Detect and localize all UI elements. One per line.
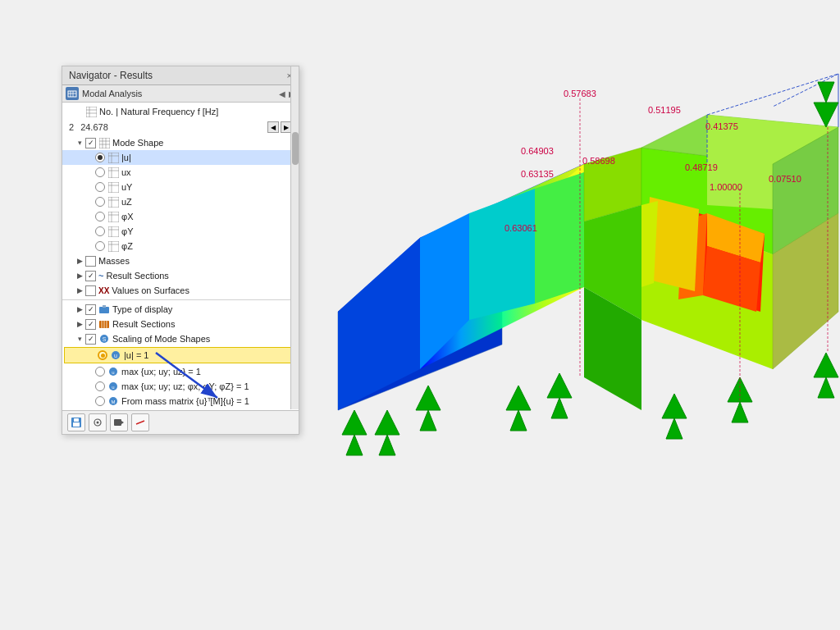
scaling-max-uxyz-row[interactable]: u max {ux; uy; uz} = 1 [62,364,299,379]
mode-shape-row[interactable]: ▾ Mode Shape [62,135,299,150]
masses-row[interactable]: ▶ Masses [62,253,299,268]
svg-marker-28 [375,410,399,435]
values-surfaces-row[interactable]: ▶ XX Values on Surfaces [62,283,299,298]
svg-text:0.64903: 0.64903 [521,146,554,156]
mode-shape-checkbox[interactable] [85,138,96,148]
scaling-row[interactable]: ▾ S Scaling of Mode Shapes [62,331,299,346]
type-display-row[interactable]: ▶ Type of display [62,302,299,317]
svg-marker-29 [379,435,395,455]
result-sections-display-row[interactable]: ▶ Result Sections [62,317,299,331]
phiy-icon [107,226,119,237]
uz-radio[interactable] [95,197,105,207]
svg-rect-92 [99,307,109,313]
svg-rect-62 [86,107,97,117]
modal-analysis-tab[interactable]: Modal Analysis [82,89,276,98]
svg-rect-86 [108,226,119,237]
type-display-checkbox[interactable] [85,304,96,315]
frequency-value-row: 2 24.678 ◀ ▶ [62,119,299,135]
svg-marker-114 [121,421,124,424]
scaling-expand[interactable]: ▾ [75,335,84,343]
svg-text:1.00000: 1.00000 [710,182,742,192]
svg-marker-6 [535,172,584,304]
svg-marker-32 [506,386,531,410]
svg-text:0.07510: 0.07510 [769,174,801,184]
phiy-row[interactable]: φY [62,224,299,239]
navigator-tab-bar: Modal Analysis ◀ ▶ [62,85,299,103]
result-sections-checkbox[interactable] [85,271,96,281]
minus-btn[interactable] [131,413,149,431]
svg-text:0.48719: 0.48719 [685,162,718,172]
phiz-row[interactable]: φZ [62,239,299,253]
svg-line-115 [136,421,144,424]
uy-radio[interactable] [95,182,105,192]
phix-row[interactable]: φX [62,209,299,224]
values-surfaces-label: Values on Surfaces [112,285,295,295]
values-surfaces-expand[interactable]: ▶ [75,286,84,294]
svg-marker-40 [814,353,838,377]
uz-icon [107,196,119,208]
save-results-btn[interactable] [67,413,85,431]
scaling-from-mass-row[interactable]: M From mass matrix {u}ᵀ[M]{u} = 1 [62,394,299,409]
uy-row[interactable]: uY [62,180,299,194]
freq-value: 24.678 [80,122,264,132]
masses-checkbox[interactable] [85,256,96,267]
result-sections-tree-row[interactable]: ▶ ~ Result Sections [62,268,299,283]
panel-scrollbar[interactable] [290,66,299,409]
phiz-label: φZ [121,241,295,251]
scroll-thumb[interactable] [292,132,299,165]
phix-icon [107,211,119,222]
scaling-checkbox[interactable] [85,334,96,345]
u-abs-label: |u| [121,153,295,162]
scaling-u-abs-1-row[interactable]: u |u| = 1 [64,347,297,363]
type-display-expand[interactable]: ▶ [75,305,84,313]
scaling-u-abs-1-radio[interactable] [98,350,107,360]
svg-marker-34 [547,373,572,398]
svg-marker-30 [416,386,441,410]
svg-rect-71 [108,153,119,163]
scaling-max-all-row[interactable]: u max {ux; uy; uz; φx; φY; φZ} = 1 [62,379,299,394]
result-sections-display-checkbox[interactable] [85,319,96,330]
svg-text:0.57683: 0.57683 [564,89,596,98]
scaling-max-uxyz-radio[interactable] [95,367,105,377]
svg-text:S: S [103,336,107,342]
values-surfaces-checkbox[interactable] [85,285,96,296]
phiy-radio[interactable] [95,226,105,236]
svg-marker-42 [814,103,838,127]
svg-rect-89 [108,241,119,252]
svg-text:0.63135: 0.63135 [521,169,554,179]
phix-radio[interactable] [95,212,105,221]
mode-shape-expand[interactable]: ▾ [75,139,84,147]
svg-marker-31 [420,410,436,431]
ux-radio[interactable] [95,167,105,177]
tab-prev-btn[interactable]: ◀ [279,89,285,98]
svg-text:0.41375: 0.41375 [705,121,738,131]
svg-marker-5 [469,189,535,320]
svg-marker-35 [551,398,568,418]
video-btn[interactable] [110,413,128,431]
divider-1 [62,299,299,300]
phiz-radio[interactable] [95,241,105,251]
scaling-max-all-radio[interactable] [95,381,105,391]
type-display-icon [98,304,110,315]
svg-rect-109 [73,422,80,427]
u-abs-radio[interactable] [95,153,105,162]
result-sections-expand[interactable]: ▶ [75,272,84,280]
scaling-u-abs-1-icon: u [110,349,121,361]
uz-row[interactable]: uZ [62,194,299,209]
svg-rect-110 [74,418,79,422]
view-btn[interactable] [89,413,107,431]
u-abs-icon [107,152,119,163]
freq-prev-btn[interactable]: ◀ [267,121,279,133]
u-abs-row[interactable]: |u| [62,150,299,165]
svg-text:u: u [112,385,114,390]
svg-marker-41 [818,377,834,398]
ux-row[interactable]: ux [62,165,299,180]
phix-label: φX [121,212,295,221]
navigator-content: No. | Natural Frequency f [Hz] 2 24.678 … [62,103,299,410]
scaling-from-mass-radio[interactable] [95,396,105,406]
result-sections-display-label: Result Sections [112,319,295,329]
svg-rect-83 [108,212,119,222]
masses-expand[interactable]: ▶ [75,257,84,265]
modal-analysis-icon [66,87,79,100]
result-sections-display-expand[interactable]: ▶ [75,320,84,328]
